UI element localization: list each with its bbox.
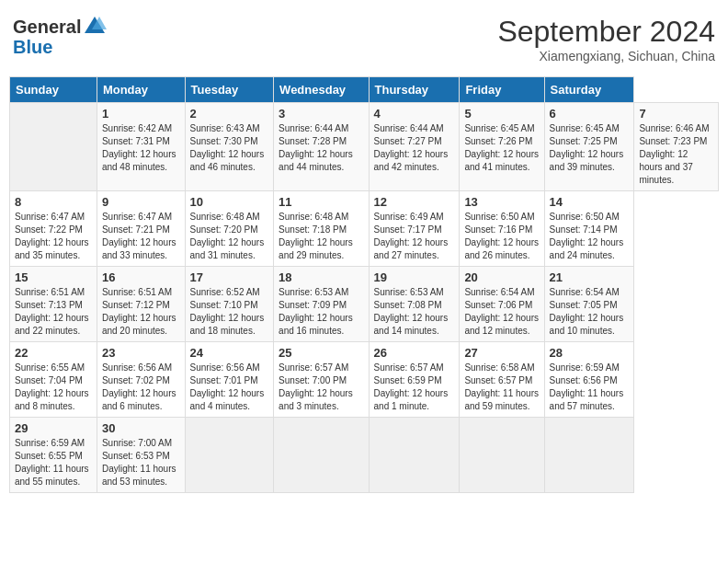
calendar-cell: 24 Sunrise: 6:56 AMSunset: 7:01 PMDaylig… (185, 342, 274, 418)
logo-general: General (13, 17, 81, 37)
day-number: 6 (550, 107, 630, 121)
day-info: Sunrise: 6:47 AMSunset: 7:22 PMDaylight:… (15, 211, 92, 262)
calendar-cell: 19 Sunrise: 6:53 AMSunset: 7:08 PMDaylig… (369, 267, 460, 342)
day-number: 4 (374, 107, 455, 121)
day-info: Sunrise: 6:52 AMSunset: 7:10 PMDaylight:… (190, 286, 269, 338)
calendar-cell (369, 418, 460, 493)
month-title: September 2024 (497, 15, 715, 49)
calendar-cell: 20 Sunrise: 6:54 AMSunset: 7:06 PMDaylig… (460, 267, 544, 342)
calendar-cell (544, 418, 634, 493)
calendar-cell: 11 Sunrise: 6:48 AMSunset: 7:18 PMDaylig… (274, 191, 369, 267)
day-info: Sunrise: 6:57 AMSunset: 6:59 PMDaylight:… (374, 362, 455, 413)
day-number: 23 (102, 346, 180, 360)
calendar-cell: 23 Sunrise: 6:56 AMSunset: 7:02 PMDaylig… (97, 342, 185, 418)
day-info: Sunrise: 7:00 AMSunset: 6:53 PMDaylight:… (102, 437, 180, 488)
calendar-cell: 18 Sunrise: 6:53 AMSunset: 7:09 PMDaylig… (274, 267, 369, 342)
day-info: Sunrise: 6:59 AMSunset: 6:55 PMDaylight:… (15, 437, 92, 488)
day-number: 8 (15, 195, 92, 209)
day-info: Sunrise: 6:55 AMSunset: 7:04 PMDaylight:… (15, 362, 92, 413)
calendar-cell: 12 Sunrise: 6:49 AMSunset: 7:17 PMDaylig… (369, 191, 460, 267)
weekday-tuesday: Tuesday (185, 77, 274, 103)
day-number: 13 (464, 195, 539, 209)
calendar-cell: 22 Sunrise: 6:55 AMSunset: 7:04 PMDaylig… (10, 342, 97, 418)
day-number: 9 (102, 195, 180, 209)
calendar-table: SundayMondayTuesdayWednesdayThursdayFrid… (9, 76, 719, 493)
calendar-cell: 16 Sunrise: 6:51 AMSunset: 7:12 PMDaylig… (97, 267, 185, 342)
calendar-cell: 1 Sunrise: 6:42 AMSunset: 7:31 PMDayligh… (97, 103, 185, 191)
day-number: 28 (550, 346, 630, 360)
calendar-cell (460, 418, 544, 493)
day-info: Sunrise: 6:51 AMSunset: 7:12 PMDaylight:… (102, 286, 180, 338)
logo-blue: Blue (13, 37, 107, 58)
day-number: 16 (102, 270, 180, 284)
week-row-4: 22 Sunrise: 6:55 AMSunset: 7:04 PMDaylig… (10, 342, 719, 418)
day-info: Sunrise: 6:45 AMSunset: 7:26 PMDaylight:… (464, 122, 539, 174)
weekday-sunday: Sunday (10, 77, 97, 103)
day-info: Sunrise: 6:54 AMSunset: 7:05 PMDaylight:… (550, 286, 630, 338)
day-info: Sunrise: 6:59 AMSunset: 6:56 PMDaylight:… (550, 362, 630, 413)
day-info: Sunrise: 6:50 AMSunset: 7:14 PMDaylight:… (550, 211, 630, 262)
calendar-cell: 27 Sunrise: 6:58 AMSunset: 6:57 PMDaylig… (460, 342, 544, 418)
weekday-header-row: SundayMondayTuesdayWednesdayThursdayFrid… (10, 77, 719, 103)
day-number: 20 (464, 270, 539, 284)
day-info: Sunrise: 6:58 AMSunset: 6:57 PMDaylight:… (464, 362, 539, 413)
day-info: Sunrise: 6:48 AMSunset: 7:18 PMDaylight:… (279, 211, 363, 262)
day-info: Sunrise: 6:53 AMSunset: 7:08 PMDaylight:… (374, 286, 455, 338)
day-number: 19 (374, 270, 455, 284)
day-info: Sunrise: 6:42 AMSunset: 7:31 PMDaylight:… (102, 122, 180, 174)
calendar-cell: 28 Sunrise: 6:59 AMSunset: 6:56 PMDaylig… (544, 342, 634, 418)
calendar-cell: 8 Sunrise: 6:47 AMSunset: 7:22 PMDayligh… (10, 191, 97, 267)
calendar-cell (274, 418, 369, 493)
day-number: 14 (550, 195, 630, 209)
calendar-cell: 5 Sunrise: 6:45 AMSunset: 7:26 PMDayligh… (460, 103, 544, 191)
calendar-cell: 21 Sunrise: 6:54 AMSunset: 7:05 PMDaylig… (544, 267, 634, 342)
day-info: Sunrise: 6:48 AMSunset: 7:20 PMDaylight:… (190, 211, 269, 262)
day-info: Sunrise: 6:50 AMSunset: 7:16 PMDaylight:… (464, 211, 539, 262)
week-row-1: 1 Sunrise: 6:42 AMSunset: 7:31 PMDayligh… (10, 103, 719, 191)
day-number: 18 (279, 270, 363, 284)
day-info: Sunrise: 6:49 AMSunset: 7:17 PMDaylight:… (374, 211, 455, 262)
calendar-body: 1 Sunrise: 6:42 AMSunset: 7:31 PMDayligh… (10, 103, 719, 493)
day-number: 10 (190, 195, 269, 209)
calendar-cell: 26 Sunrise: 6:57 AMSunset: 6:59 PMDaylig… (369, 342, 460, 418)
day-number: 15 (15, 270, 92, 284)
week-row-5: 29 Sunrise: 6:59 AMSunset: 6:55 PMDaylig… (10, 418, 719, 493)
day-number: 17 (190, 270, 269, 284)
title-block: September 2024 Xiamengxiang, Sichuan, Ch… (497, 15, 715, 63)
day-number: 24 (190, 346, 269, 360)
calendar-cell: 7 Sunrise: 6:46 AMSunset: 7:23 PMDayligh… (634, 103, 719, 191)
calendar-cell: 6 Sunrise: 6:45 AMSunset: 7:25 PMDayligh… (544, 103, 634, 191)
calendar-cell: 13 Sunrise: 6:50 AMSunset: 7:16 PMDaylig… (460, 191, 544, 267)
day-number: 11 (279, 195, 363, 209)
calendar-cell: 30 Sunrise: 7:00 AMSunset: 6:53 PMDaylig… (97, 418, 185, 493)
day-number: 27 (464, 346, 539, 360)
day-number: 22 (15, 346, 92, 360)
week-row-3: 15 Sunrise: 6:51 AMSunset: 7:13 PMDaylig… (10, 267, 719, 342)
day-info: Sunrise: 6:47 AMSunset: 7:21 PMDaylight:… (102, 211, 180, 262)
calendar-cell: 14 Sunrise: 6:50 AMSunset: 7:14 PMDaylig… (544, 191, 634, 267)
calendar-cell: 2 Sunrise: 6:43 AMSunset: 7:30 PMDayligh… (185, 103, 274, 191)
weekday-wednesday: Wednesday (274, 77, 369, 103)
day-number: 12 (374, 195, 455, 209)
day-number: 2 (190, 107, 269, 121)
day-number: 21 (550, 270, 630, 284)
day-number: 1 (102, 107, 180, 121)
calendar-cell: 25 Sunrise: 6:57 AMSunset: 7:00 PMDaylig… (274, 342, 369, 418)
day-number: 3 (279, 107, 363, 121)
weekday-thursday: Thursday (369, 77, 460, 103)
day-number: 29 (15, 421, 92, 435)
day-info: Sunrise: 6:57 AMSunset: 7:00 PMDaylight:… (279, 362, 363, 413)
calendar-cell: 29 Sunrise: 6:59 AMSunset: 6:55 PMDaylig… (10, 418, 97, 493)
calendar-cell (10, 103, 97, 191)
day-info: Sunrise: 6:56 AMSunset: 7:02 PMDaylight:… (102, 362, 180, 413)
day-info: Sunrise: 6:56 AMSunset: 7:01 PMDaylight:… (190, 362, 269, 413)
day-number: 26 (374, 346, 455, 360)
location-subtitle: Xiamengxiang, Sichuan, China (497, 49, 715, 63)
weekday-monday: Monday (97, 77, 185, 103)
day-number: 7 (639, 107, 713, 121)
calendar-cell: 4 Sunrise: 6:44 AMSunset: 7:27 PMDayligh… (369, 103, 460, 191)
week-row-2: 8 Sunrise: 6:47 AMSunset: 7:22 PMDayligh… (10, 191, 719, 267)
day-info: Sunrise: 6:43 AMSunset: 7:30 PMDaylight:… (190, 122, 269, 174)
calendar-cell: 3 Sunrise: 6:44 AMSunset: 7:28 PMDayligh… (274, 103, 369, 191)
day-number: 5 (464, 107, 539, 121)
